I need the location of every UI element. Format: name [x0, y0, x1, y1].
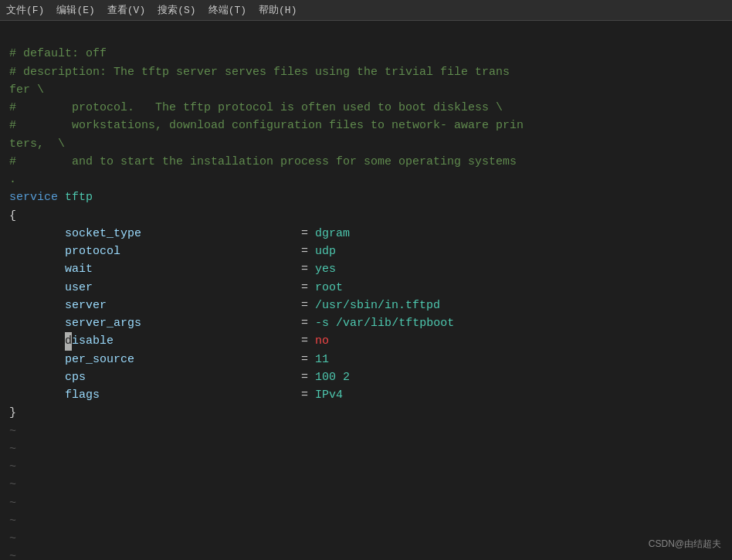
editor-line: cps = 100 2	[9, 368, 723, 386]
editor-line: ~	[9, 494, 723, 512]
editor-line: server = /usr/sbin/in.tftpd	[9, 297, 723, 314]
editor-line: protocol = udp	[9, 243, 723, 260]
editor-line: # protocol. The tftp protocol is often u…	[9, 99, 723, 117]
editor-line: fer \	[9, 81, 723, 99]
editor-line: # workstations, download configuration f…	[9, 117, 723, 134]
editor-line: ~	[9, 476, 723, 494]
menu-help[interactable]: 帮助(H)	[259, 3, 297, 17]
menu-view[interactable]: 查看(V)	[107, 3, 145, 17]
editor-line: ters, \	[9, 135, 723, 153]
menu-edit[interactable]: 编辑(E)	[56, 3, 94, 17]
editor-line: user = root	[9, 279, 723, 297]
editor-line: ~	[9, 530, 723, 548]
editor-line: disable = no	[9, 332, 723, 350]
editor-line: ~	[9, 548, 723, 560]
editor-line: wait = yes	[9, 260, 723, 278]
editor-line: # description: The tftp server serves fi…	[9, 63, 723, 81]
editor-line: {	[9, 207, 723, 225]
menu-file[interactable]: 文件(F)	[6, 3, 44, 17]
editor-line: .	[9, 171, 723, 188]
editor-line: socket_type = dgram	[9, 225, 723, 243]
editor-line: ~	[9, 440, 723, 458]
editor-area[interactable]: # default: off# description: The tftp se…	[0, 21, 732, 560]
editor-line: # and to start the installation process …	[9, 153, 723, 171]
watermark: CSDN@由结超夫	[649, 538, 721, 551]
editor-line: service tftp	[9, 188, 723, 206]
editor-line: flags = IPv4	[9, 386, 723, 404]
title-bar: 文件(F) 编辑(E) 查看(V) 搜索(S) 终端(T) 帮助(H)	[0, 0, 732, 21]
menu-terminal[interactable]: 终端(T)	[208, 3, 246, 17]
editor-line: per_source = 11	[9, 351, 723, 368]
editor-line: ~	[9, 423, 723, 440]
editor-line: server_args = -s /var/lib/tftpboot	[9, 314, 723, 332]
editor-line: }	[9, 404, 723, 422]
editor-line: # default: off	[9, 45, 723, 63]
editor-line: ~	[9, 458, 723, 476]
editor-line: ~	[9, 512, 723, 530]
menu-search[interactable]: 搜索(S)	[158, 3, 195, 17]
